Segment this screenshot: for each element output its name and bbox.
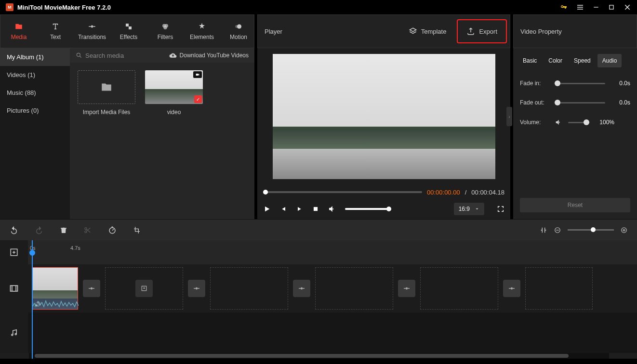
undo-button[interactable]	[10, 226, 18, 234]
svg-rect-7	[126, 24, 129, 26]
player-header: Player Template Export	[257, 14, 510, 48]
timeline-clip[interactable]: 🔊	[32, 267, 78, 310]
timeline-toolbar	[0, 219, 637, 240]
sidebar-item-pictures[interactable]: Pictures (0)	[0, 102, 70, 119]
zoom-in-button[interactable]	[621, 227, 627, 234]
zoom-out-button[interactable]	[554, 227, 561, 234]
fade-in-value: 0.0s	[611, 80, 630, 87]
split-button[interactable]	[84, 226, 92, 234]
svg-point-14	[77, 53, 80, 56]
audio-track-icon	[0, 312, 28, 353]
main-toolbar: Media Text Transitions Effects Filters	[0, 14, 254, 48]
volume-slider[interactable]	[345, 208, 391, 210]
fade-out-slider[interactable]	[555, 102, 605, 104]
media-panel: My Album (1) Videos (1) Music (88) Pictu…	[0, 48, 254, 219]
prev-frame-button[interactable]	[279, 205, 287, 213]
time-current: 00:00:00.00	[427, 189, 460, 196]
transition-slot-3[interactable]	[293, 280, 310, 297]
tab-filters[interactable]: Filters	[147, 15, 184, 48]
video-badge-icon	[193, 71, 202, 78]
sidebar-item-album[interactable]: My Album (1)	[0, 48, 70, 66]
fullscreen-button[interactable]	[497, 205, 504, 213]
speed-button[interactable]	[108, 226, 117, 234]
template-button[interactable]: Template	[403, 23, 452, 39]
empty-slot-2[interactable]	[210, 267, 288, 310]
fade-in-slider[interactable]	[555, 83, 605, 84]
empty-slot-1[interactable]	[105, 267, 183, 310]
app-logo: M	[6, 3, 13, 11]
svg-point-11	[163, 26, 167, 30]
transition-slot-5[interactable]	[503, 280, 520, 297]
prop-tab-speed[interactable]: Speed	[569, 54, 596, 67]
reset-button[interactable]: Reset	[520, 198, 630, 212]
property-header: Video Property	[513, 14, 637, 48]
tab-media-label: Media	[11, 34, 27, 40]
stop-button[interactable]	[312, 206, 319, 212]
sidebar-item-music[interactable]: Music (88)	[0, 84, 70, 102]
menu-icon[interactable]	[576, 3, 584, 11]
svg-point-34	[15, 334, 16, 335]
video-track[interactable]: 🔊	[28, 264, 637, 312]
sidebar-item-videos[interactable]: Videos (1)	[0, 66, 70, 84]
transition-slot-2[interactable]	[188, 280, 205, 297]
aspect-ratio-select[interactable]: 16:9	[454, 203, 484, 215]
fit-button[interactable]	[540, 226, 547, 234]
tab-motion[interactable]: Motion	[220, 15, 257, 48]
export-button[interactable]: Export	[457, 19, 507, 43]
next-frame-button[interactable]	[296, 205, 304, 213]
empty-slot-3[interactable]	[315, 267, 393, 310]
transition-slot-4[interactable]	[398, 280, 415, 297]
empty-slot-5[interactable]	[525, 267, 593, 310]
title-bar: M MiniTool MovieMaker Free 7.2.0	[0, 0, 637, 14]
minimize-button[interactable]	[593, 4, 599, 11]
maximize-button[interactable]	[608, 4, 615, 11]
svg-rect-16	[196, 74, 199, 76]
tab-elements[interactable]: Elements	[184, 15, 220, 48]
key-icon[interactable]	[560, 3, 568, 11]
playback-scrubber[interactable]	[263, 191, 422, 193]
app-title: MiniTool MovieMaker Free 7.2.0	[17, 4, 560, 11]
add-track-button[interactable]	[0, 240, 28, 264]
zoom-slider[interactable]	[568, 229, 614, 231]
tab-elements-label: Elements	[190, 34, 214, 40]
timeline: 0s 4.7s 🔊	[0, 240, 637, 359]
download-youtube-button[interactable]: Download YouTube Videos	[169, 52, 249, 59]
expand-handle[interactable]: ›	[506, 107, 512, 126]
time-total: 00:00:04.18	[471, 189, 504, 196]
svg-rect-29	[11, 286, 18, 291]
tab-effects-label: Effects	[120, 34, 137, 40]
volume-label: Volume:	[520, 119, 549, 126]
close-button[interactable]	[624, 3, 631, 11]
svg-line-15	[80, 56, 81, 58]
tab-effects[interactable]: Effects	[110, 15, 147, 48]
import-label: Import Media Files	[83, 109, 131, 116]
prop-volume-icon[interactable]	[555, 118, 562, 126]
prop-tab-basic[interactable]: Basic	[518, 54, 542, 67]
tab-filters-label: Filters	[158, 34, 173, 40]
preview-area[interactable]: ›	[257, 48, 510, 185]
redo-button[interactable]	[35, 226, 43, 234]
transition-slot-1[interactable]	[83, 280, 100, 297]
tab-transitions[interactable]: Transitions	[74, 15, 110, 48]
playhead[interactable]	[32, 240, 33, 359]
property-title: Video Property	[520, 28, 562, 35]
import-media-button[interactable]: Import Media Files	[78, 70, 135, 116]
tab-transitions-label: Transitions	[78, 34, 106, 40]
search-icon	[76, 52, 82, 59]
delete-button[interactable]	[60, 226, 67, 234]
tab-media[interactable]: Media	[0, 15, 37, 48]
media-item-video[interactable]: ✓ video	[145, 70, 203, 116]
volume-icon[interactable]	[328, 205, 336, 213]
audio-track[interactable]	[28, 312, 637, 353]
empty-slot-4[interactable]	[420, 267, 498, 310]
search-input[interactable]: Search media	[76, 52, 164, 59]
tab-text[interactable]: Text	[37, 15, 74, 48]
timeline-ruler[interactable]: 0s 4.7s	[28, 240, 637, 264]
play-button[interactable]	[263, 205, 271, 213]
prop-tab-audio[interactable]: Audio	[597, 54, 622, 67]
tab-text-label: Text	[50, 34, 61, 40]
prop-tab-color[interactable]: Color	[544, 54, 567, 67]
volume-prop-slider[interactable]	[568, 122, 589, 123]
crop-button[interactable]	[133, 226, 141, 234]
timeline-scrollbar[interactable]	[29, 353, 609, 359]
